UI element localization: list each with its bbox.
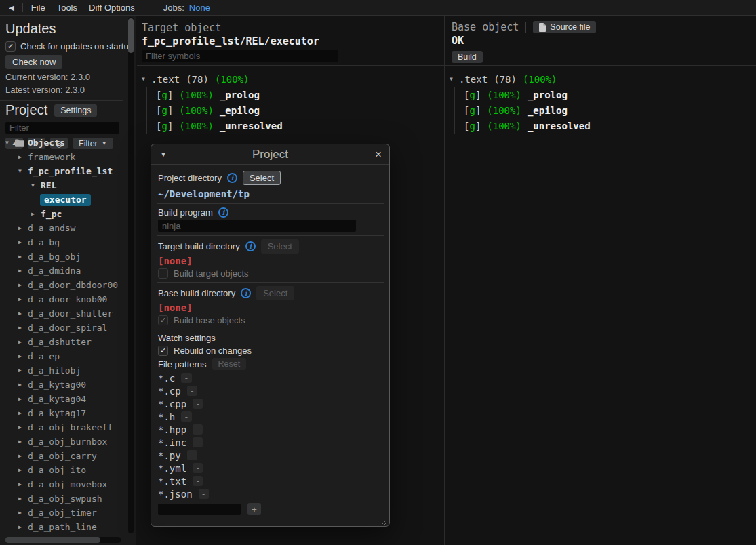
- tree-item-d_a_obj_burnbox[interactable]: ▶d_a_obj_burnbox: [0, 435, 126, 449]
- info-icon[interactable]: i: [241, 288, 251, 298]
- tree-item-d_a_obj_carry[interactable]: ▶d_a_obj_carry: [0, 449, 126, 463]
- back-button[interactable]: ◀: [9, 4, 14, 12]
- tree-item-f_pc_profile_lst[interactable]: ▼f_pc_profile_lst: [0, 164, 126, 178]
- symbol-section-header[interactable]: ▼.text(78)(100%): [137, 71, 444, 87]
- tree-item-d_a_dshutter[interactable]: ▶d_a_dshutter: [0, 335, 126, 349]
- project-directory-path: ~/Development/tp: [158, 188, 382, 199]
- expand-arrow-icon: ▶: [18, 310, 28, 317]
- tree-item-d_a_obj_swpush[interactable]: ▶d_a_obj_swpush: [0, 491, 126, 506]
- tree-item-d_a_door_knob00[interactable]: ▶d_a_door_knob00: [0, 292, 126, 306]
- expand-arrow-icon: ▶: [18, 467, 28, 473]
- tree-item-d_a_bg[interactable]: ▶d_a_bg: [0, 235, 126, 249]
- symbol-row[interactable]: [g](100%)_unresolved: [147, 118, 444, 134]
- menu-file[interactable]: File: [31, 3, 45, 13]
- remove-pattern-button[interactable]: -: [193, 424, 203, 435]
- tree-item-label: d_a_bg: [28, 237, 60, 247]
- current-version-text: Current version: 2.3.0: [5, 72, 136, 82]
- tree-item-d_a_door_spiral[interactable]: ▶d_a_door_spiral: [0, 321, 126, 335]
- tree-item-d_a_dmidna[interactable]: ▶d_a_dmidna: [0, 264, 126, 278]
- scrollbar-thumb[interactable]: [5, 537, 100, 543]
- tree-item-executor[interactable]: executor: [0, 193, 126, 207]
- symbol-list-group: [g](100%)_prolog[g](100%)_epilog[g](100%…: [454, 87, 756, 134]
- tree-item-d_a_obj_brakeeff[interactable]: ▶d_a_obj_brakeeff: [0, 420, 126, 435]
- remove-pattern-button[interactable]: -: [193, 476, 203, 486]
- symbol-row[interactable]: [g](100%)_epilog: [147, 102, 444, 118]
- updates-startup-checkbox[interactable]: ✓: [5, 41, 16, 52]
- tree-item-d_a_obj_ito[interactable]: ▶d_a_obj_ito: [0, 463, 126, 477]
- check-now-button[interactable]: Check now: [5, 55, 62, 69]
- sidebar-separator: [0, 100, 123, 101]
- close-icon[interactable]: ×: [375, 148, 382, 160]
- info-icon[interactable]: i: [245, 241, 256, 251]
- remove-pattern-button[interactable]: -: [193, 463, 203, 473]
- tree-item-d_a_hitobj[interactable]: ▶d_a_hitobj: [0, 363, 126, 378]
- tree-item-d_a_bg_obj[interactable]: ▶d_a_bg_obj: [0, 249, 126, 264]
- jobs-status-link[interactable]: None: [189, 3, 210, 13]
- menu-diff-options[interactable]: Diff Options: [89, 3, 135, 13]
- window-resize-handle[interactable]: [379, 516, 387, 524]
- remove-pattern-button[interactable]: -: [193, 437, 203, 447]
- tree-item-REL[interactable]: ▼REL: [0, 178, 126, 193]
- remove-pattern-button[interactable]: -: [199, 489, 209, 499]
- tree-item-d_a_kytag00[interactable]: ▶d_a_kytag00: [0, 378, 126, 392]
- file-pattern-row: *.c-: [158, 371, 382, 384]
- remove-pattern-button[interactable]: -: [187, 450, 197, 460]
- symbol-name: _epilog: [528, 105, 568, 116]
- tree-item-d_a_andsw[interactable]: ▶d_a_andsw: [0, 221, 126, 235]
- collapse-arrow-icon: ▼: [142, 76, 151, 82]
- symbol-filter-input[interactable]: [142, 50, 338, 62]
- tree-item-f_pc[interactable]: ▶f_pc: [0, 207, 126, 221]
- file-patterns-label: File patterns: [158, 359, 207, 369]
- project-settings-button[interactable]: Settings: [54, 104, 97, 117]
- add-pattern-button[interactable]: +: [247, 503, 261, 515]
- symbol-flags: [g]: [464, 105, 481, 116]
- symbol-row[interactable]: [g](100%)_prolog: [455, 87, 756, 102]
- build-program-input[interactable]: [158, 220, 356, 232]
- symbol-row[interactable]: [g](100%)_prolog: [147, 87, 444, 102]
- symbol-name: _prolog: [528, 89, 568, 100]
- sidebar-vertical-scrollbar[interactable]: [128, 17, 134, 533]
- remove-pattern-button[interactable]: -: [193, 399, 203, 409]
- info-icon[interactable]: i: [218, 207, 228, 218]
- tree-item-framework[interactable]: ▶framework: [0, 150, 126, 164]
- modal-separator: [157, 282, 384, 283]
- file-pattern-row: *.cp-: [158, 384, 382, 397]
- tree-item-Objects[interactable]: ▼Objects: [0, 136, 126, 150]
- remove-pattern-button[interactable]: -: [181, 411, 191, 422]
- project-filter-input[interactable]: [5, 122, 119, 134]
- symbol-flags: [g]: [464, 121, 481, 132]
- remove-pattern-button[interactable]: -: [187, 386, 197, 396]
- project-heading: Project: [5, 102, 47, 118]
- tree-item-d_a_obj_timer[interactable]: ▶d_a_obj_timer: [0, 506, 126, 520]
- menu-tools[interactable]: Tools: [57, 3, 77, 13]
- scrollbar-thumb[interactable]: [128, 18, 134, 53]
- expand-arrow-icon: ▶: [18, 225, 28, 231]
- tree-item-d_a_door_shutter[interactable]: ▶d_a_door_shutter: [0, 306, 126, 321]
- symbol-match-percent: (100%): [487, 121, 521, 132]
- tree-item-d_a_kytag04[interactable]: ▶d_a_kytag04: [0, 392, 126, 406]
- modal-separator: [157, 235, 384, 236]
- window-titlebar[interactable]: ▼ Project ×: [151, 144, 389, 165]
- symbol-section-header[interactable]: ▼.text(78)(100%): [445, 71, 756, 87]
- tree-item-label: d_a_andsw: [28, 223, 75, 233]
- tree-item-d_a_ep[interactable]: ▶d_a_ep: [0, 349, 126, 363]
- source-file-button[interactable]: Source file: [533, 21, 596, 33]
- collapse-window-icon[interactable]: ▼: [160, 150, 167, 158]
- symbol-row[interactable]: [g](100%)_epilog: [455, 102, 756, 118]
- tree-item-d_a_path_line[interactable]: ▶d_a_path_line: [0, 520, 126, 534]
- project-settings-window: ▼ Project × Project directory i Select ~…: [151, 144, 390, 527]
- check-icon: ✓: [160, 346, 166, 355]
- source-file-label: Source file: [550, 22, 590, 32]
- rebuild-on-changes-checkbox[interactable]: ✓: [158, 346, 168, 356]
- tree-item-d_a_door_dbdoor00[interactable]: ▶d_a_door_dbdoor00: [0, 278, 126, 292]
- sidebar-horizontal-scrollbar[interactable]: [5, 537, 121, 543]
- info-icon[interactable]: i: [227, 173, 237, 183]
- tree-item-d_a_obj_movebox[interactable]: ▶d_a_obj_movebox: [0, 477, 126, 491]
- add-pattern-input[interactable]: [158, 504, 241, 515]
- symbol-row[interactable]: [g](100%)_unresolved: [455, 118, 756, 134]
- project-directory-select-button[interactable]: Select: [243, 171, 281, 185]
- build-base-objects-label: Build base objects: [174, 315, 245, 325]
- build-button[interactable]: Build: [452, 51, 483, 63]
- tree-item-d_a_kytag17[interactable]: ▶d_a_kytag17: [0, 406, 126, 420]
- remove-pattern-button[interactable]: -: [181, 373, 191, 383]
